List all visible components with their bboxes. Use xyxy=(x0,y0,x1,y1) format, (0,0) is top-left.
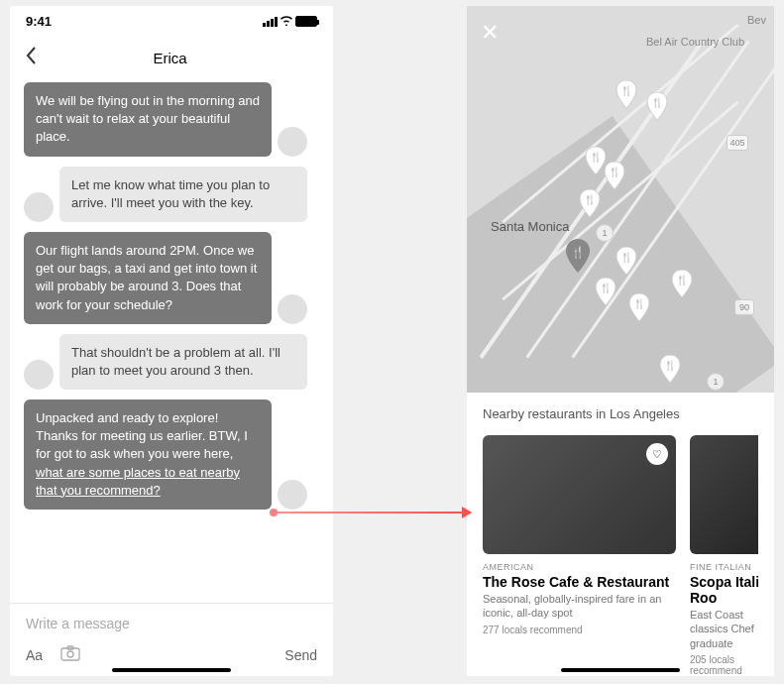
map-view[interactable]: ✕ Bel Air Country Club Bev Santa Monica … xyxy=(467,6,774,393)
composer: Write a message Aa Send xyxy=(10,603,333,676)
card-recommendations: 205 locals recommend xyxy=(690,654,758,676)
flow-arrow xyxy=(274,512,464,513)
restaurant-card[interactable]: ♡ AMERICAN The Rose Cafe & Restaurant Se… xyxy=(483,435,676,676)
message-row: Let me know what time you plan to arrive… xyxy=(24,167,319,222)
map-pin[interactable]: 🍴 xyxy=(627,293,651,323)
map-pin[interactable]: 🍴 xyxy=(658,355,682,385)
svg-text:🍴: 🍴 xyxy=(590,151,603,164)
message-bubble[interactable]: We will be flying out in the morning and… xyxy=(24,82,272,157)
send-button[interactable]: Send xyxy=(284,647,317,663)
message-bubble[interactable]: That shouldn't be a problem at all. I'll… xyxy=(59,334,307,390)
svg-text:🍴: 🍴 xyxy=(609,166,621,178)
card-image: ♡ xyxy=(483,435,676,554)
restaurant-card[interactable]: FINE ITALIAN Scopa Italian Roo East Coas… xyxy=(690,435,758,676)
map-pin-selected[interactable]: 🍴 xyxy=(563,239,593,277)
svg-text:🍴: 🍴 xyxy=(651,96,664,109)
status-icons xyxy=(263,15,317,29)
avatar xyxy=(278,127,307,157)
svg-text:🍴: 🍴 xyxy=(664,359,677,372)
card-carousel[interactable]: ♡ AMERICAN The Rose Cafe & Restaurant Se… xyxy=(483,435,758,676)
svg-point-1 xyxy=(67,651,73,657)
nearby-places-link[interactable]: what are some places to eat nearby that … xyxy=(36,465,240,498)
close-icon[interactable]: ✕ xyxy=(481,20,499,46)
map-label: Santa Monica xyxy=(491,219,570,234)
signal-icon xyxy=(263,17,278,27)
map-pin[interactable]: 🍴 xyxy=(670,270,694,299)
message-row: Unpacked and ready to explore! Thanks fo… xyxy=(24,399,319,510)
message-input[interactable]: Write a message xyxy=(26,616,317,631)
home-indicator[interactable] xyxy=(561,668,680,672)
svg-text:🍴: 🍴 xyxy=(633,297,646,310)
message-bubble[interactable]: Our flight lands around 2PM. Once we get… xyxy=(24,232,272,324)
home-indicator[interactable] xyxy=(112,668,231,672)
route-shield: 1 xyxy=(707,373,725,391)
message-row: Our flight lands around 2PM. Once we get… xyxy=(24,232,319,324)
message-bubble[interactable]: Unpacked and ready to explore! Thanks fo… xyxy=(24,399,272,510)
favorite-button[interactable]: ♡ xyxy=(646,443,668,465)
svg-text:🍴: 🍴 xyxy=(600,282,613,294)
message-list[interactable]: We will be flying out in the morning and… xyxy=(10,82,333,510)
map-pin[interactable]: 🍴 xyxy=(615,247,638,277)
svg-text:🍴: 🍴 xyxy=(571,245,585,259)
chat-screen: 9:41 Erica We will be flying out in the … xyxy=(10,6,333,676)
card-title: The Rose Cafe & Restaurant xyxy=(483,574,676,590)
chat-header: Erica xyxy=(10,37,333,82)
svg-rect-0 xyxy=(61,648,79,660)
avatar xyxy=(24,192,54,222)
card-description: East Coast classics Chef graduate xyxy=(690,608,758,650)
message-bubble[interactable]: Let me know what time you plan to arrive… xyxy=(59,167,307,222)
card-title: Scopa Italian Roo xyxy=(690,574,758,606)
battery-icon xyxy=(295,16,317,27)
card-category: AMERICAN xyxy=(483,562,676,572)
message-row: We will be flying out in the morning and… xyxy=(24,82,319,157)
card-category: FINE ITALIAN xyxy=(690,562,758,572)
svg-text:🍴: 🍴 xyxy=(676,274,689,286)
avatar xyxy=(278,480,307,510)
map-pin[interactable]: 🍴 xyxy=(615,80,638,110)
svg-text:🍴: 🍴 xyxy=(620,251,633,264)
map-label: Bel Air Country Club xyxy=(646,36,744,48)
card-image xyxy=(690,435,758,554)
text-format-button[interactable]: Aa xyxy=(26,647,43,663)
avatar xyxy=(278,294,307,324)
message-row: That shouldn't be a problem at all. I'll… xyxy=(24,334,319,390)
map-pin[interactable]: 🍴 xyxy=(594,278,617,307)
status-bar: 9:41 xyxy=(10,6,333,37)
map-pin[interactable]: 🍴 xyxy=(603,162,626,191)
back-icon[interactable] xyxy=(26,45,37,70)
map-pin[interactable]: 🍴 xyxy=(578,189,602,219)
route-shield: 405 xyxy=(727,135,748,151)
map-label: Bev xyxy=(747,14,766,26)
status-time: 9:41 xyxy=(26,14,52,29)
map-screen: ✕ Bel Air Country Club Bev Santa Monica … xyxy=(467,6,774,676)
sheet-title: Nearby restaurants in Los Angeles xyxy=(483,406,758,421)
wifi-icon xyxy=(280,15,293,29)
camera-icon[interactable] xyxy=(60,645,80,664)
avatar xyxy=(24,360,54,390)
card-description: Seasonal, globally-inspired fare in an i… xyxy=(483,592,676,621)
card-recommendations: 277 locals recommend xyxy=(483,625,676,635)
chat-title: Erica xyxy=(45,50,295,66)
results-sheet[interactable]: Nearby restaurants in Los Angeles ♡ AMER… xyxy=(467,393,774,676)
map-pin[interactable]: 🍴 xyxy=(645,92,669,122)
svg-text:🍴: 🍴 xyxy=(620,84,633,97)
route-shield: 90 xyxy=(734,299,754,315)
svg-text:🍴: 🍴 xyxy=(584,193,597,206)
route-shield: 1 xyxy=(596,224,614,242)
